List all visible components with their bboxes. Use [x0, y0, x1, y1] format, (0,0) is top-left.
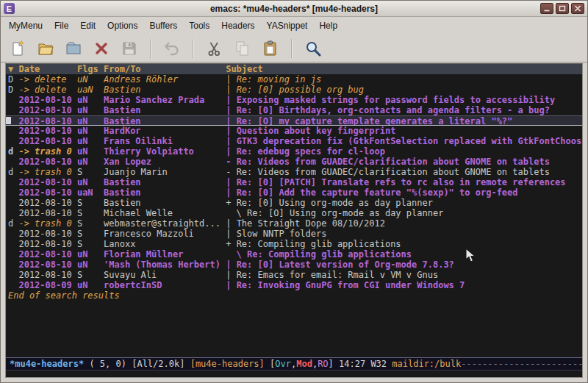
message-mark	[8, 116, 18, 125]
message-row[interactable]: 2012-08-10uNBastien| Re: [0] [PATCH] Tra…	[6, 177, 582, 187]
message-date: 2012-08-10	[18, 157, 76, 167]
message-date: -> delete	[18, 85, 76, 95]
modeline-segment-plain: ,	[312, 359, 318, 369]
message-subject: Re: [0] Add the capture feature "%(sexp)…	[237, 187, 518, 198]
thread-indicator: |	[226, 105, 236, 115]
menu-headers[interactable]: Headers	[215, 18, 260, 34]
message-from: Juanjo Marin	[104, 167, 226, 177]
message-flags: S	[77, 239, 104, 249]
thread-indicator: \	[226, 249, 247, 259]
menu-buffers[interactable]: Buffers	[143, 18, 183, 34]
message-subject: Re: [0] Birthdays, org-contacts and agen…	[237, 105, 550, 115]
message-flags: S	[77, 229, 104, 239]
modeline-segment-mode: [mu4e-headers]	[190, 359, 265, 369]
message-mark	[8, 259, 18, 270]
message-date: 2012-08-10	[18, 208, 76, 218]
message-row[interactable]: 2012-08-10uNBastien| Re: [O] my capture …	[6, 115, 582, 126]
message-date: 2012-08-10	[18, 116, 76, 125]
titlebar[interactable]: E emacs: *mu4e-headers* [mu4e-headers]	[1, 1, 587, 17]
window-title: emacs: *mu4e-headers* [mu4e-headers]	[1, 4, 587, 14]
thread-indicator: -	[226, 167, 236, 177]
column-header-date[interactable]: Date	[18, 64, 76, 74]
mode-line[interactable]: *mu4e-headers* ( 5, 0) [All/2.0k] [mu4e-…	[6, 357, 582, 371]
message-row[interactable]: d-> trash 0uNThierry Volpiatto| Re: edeb…	[6, 146, 582, 157]
message-mark	[8, 95, 18, 105]
message-flags: S	[77, 167, 104, 177]
message-row[interactable]: d-> trash 0SJuanjo Marin- Re: Videos fro…	[6, 167, 582, 177]
menu-tools[interactable]: Tools	[183, 18, 215, 34]
menu-edit[interactable]: Edit	[74, 18, 101, 34]
message-row[interactable]: 2012-08-10SSuvayu Ali| Re: Emacs for ema…	[6, 270, 582, 280]
thread-indicator: |	[226, 280, 236, 290]
column-header-subject[interactable]: Subject	[226, 64, 263, 74]
message-row[interactable]: 2012-08-09uNrobertcInSD| Re: Invoking Gn…	[6, 280, 582, 290]
message-flags: S	[77, 218, 104, 229]
folder-button[interactable]	[62, 37, 85, 60]
message-subject: Re: Videos from GUADEC/clarification abo…	[237, 157, 550, 167]
echo-area[interactable]	[6, 371, 582, 377]
message-row[interactable]: 2012-08-10SFrancesco Mazzoli| Slow NNTP …	[6, 229, 582, 239]
modeline-segment-buffer-name: *mu4e-headers*	[10, 359, 84, 369]
message-subject: Re: Compiling glib applications	[247, 249, 412, 259]
paste-button[interactable]	[259, 37, 282, 60]
undo-icon	[163, 40, 181, 57]
message-date: 2012-08-10	[18, 259, 76, 270]
message-date: 2012-08-10	[18, 136, 76, 146]
menu-options[interactable]: Options	[101, 18, 143, 34]
message-row[interactable]: 2012-08-10SMichael Welle \ Re: [O] Using…	[6, 208, 582, 218]
message-row[interactable]: 2012-08-10SLanoxx+ Re: Compiling glib ap…	[6, 239, 582, 249]
message-row[interactable]: 2012-08-10uNMario Sanchez Prada| Exposin…	[6, 95, 582, 105]
close-button[interactable]	[571, 3, 584, 14]
toolbar-separator	[193, 39, 194, 58]
message-row[interactable]: 2012-08-10uN'Mash (Thomas Herbert)| Re: …	[6, 259, 582, 270]
new-file-button[interactable]	[7, 37, 29, 60]
maximize-button[interactable]	[556, 3, 569, 14]
modeline-segment-ovr: Ovr	[275, 359, 291, 369]
message-row[interactable]: 2012-08-10uNHardKor| Question about key …	[6, 126, 582, 136]
open-file-button[interactable]	[35, 37, 57, 60]
message-from: Francesco Mazzoli	[104, 229, 226, 239]
sort-indicator-icon[interactable]: ▼	[8, 64, 18, 74]
headers-buffer: D-> deleteuNAndreas Röhler| Re: moving i…	[6, 74, 582, 357]
message-row[interactable]: 2012-08-10uaNBastien| Re: [0] Add the ca…	[6, 187, 582, 198]
column-header-from[interactable]: From/To	[104, 64, 226, 74]
search-button[interactable]	[302, 37, 324, 60]
thread-indicator: |	[226, 116, 236, 125]
cut-icon	[206, 40, 223, 57]
close-buffer-button[interactable]	[90, 37, 112, 60]
minimize-button[interactable]	[540, 3, 553, 14]
message-from: Bastien	[104, 116, 226, 125]
column-header-flags[interactable]: Flgs	[77, 64, 104, 74]
thread-indicator: |	[226, 218, 236, 229]
message-mark	[8, 157, 18, 167]
message-date: 2012-08-10	[18, 229, 76, 239]
thread-indicator: |	[226, 270, 236, 280]
message-row[interactable]: 2012-08-10SBastien+ Re: [0] Using org-mo…	[6, 198, 582, 208]
cut-button[interactable]	[204, 37, 226, 60]
message-from: Bastien	[104, 187, 226, 198]
thread-indicator: +	[226, 239, 236, 249]
message-row[interactable]: d-> trash 0Swebmaster@straightd...| The …	[6, 218, 582, 229]
menu-mymenu[interactable]: MyMenu	[3, 18, 49, 34]
message-subject: GTK3 deprecation fix (GtkFontSelection r…	[237, 136, 582, 146]
menu-help[interactable]: Help	[313, 18, 343, 34]
message-row[interactable]: D-> deleteuaNBastien| Re: [0] possible o…	[6, 85, 582, 95]
message-mark	[8, 229, 18, 239]
save-icon	[121, 40, 138, 57]
message-row[interactable]: D-> deleteuNAndreas Röhler| Re: moving i…	[6, 74, 582, 85]
message-date: -> trash 0	[18, 167, 76, 177]
message-mark	[8, 177, 18, 187]
message-row[interactable]: 2012-08-10uNFrans Oilinki| GTK3 deprecat…	[6, 136, 582, 146]
message-from: Bastien	[104, 198, 226, 208]
message-subject: Slow NNTP folders	[237, 229, 327, 239]
menu-yasnippet[interactable]: YASnippet	[261, 18, 314, 34]
message-mark: d	[8, 167, 18, 177]
message-row[interactable]: 2012-08-10uNXan Lopez- Re: Videos from G…	[6, 157, 582, 167]
thread-indicator: |	[226, 177, 236, 187]
menu-file[interactable]: File	[49, 18, 74, 34]
message-from: robertcInSD	[104, 280, 226, 290]
message-row[interactable]: 2012-08-10uNBastien| Re: [0] Birthdays, …	[6, 105, 582, 115]
message-flags: uN	[77, 146, 104, 157]
message-mark: d	[8, 218, 18, 229]
message-row[interactable]: 2012-08-10uNFlorian Müllner \ Re: Compil…	[6, 249, 582, 259]
